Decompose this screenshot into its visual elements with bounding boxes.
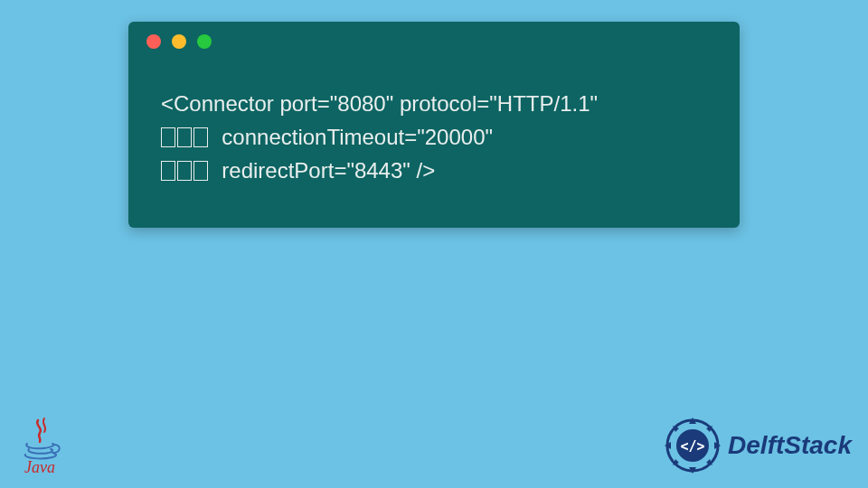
- code-line-1: <Connector port="8080" protocol="HTTP/1.…: [161, 91, 598, 116]
- placeholder-glyph-icon: [177, 161, 192, 181]
- code-line-2: connectionTimeout="20000": [210, 125, 493, 149]
- placeholder-glyph-icon: [161, 127, 175, 147]
- delftstack-badge-icon: </>: [663, 416, 722, 475]
- placeholder-glyph-icon: [193, 161, 208, 181]
- placeholder-glyph-icon: [193, 127, 208, 147]
- java-logo-text: Java: [16, 458, 63, 477]
- brand-logo: </> DelftStack: [663, 416, 852, 475]
- java-logo-icon: Java: [16, 417, 63, 477]
- code-line-3: redirectPort="8443" />: [210, 158, 435, 183]
- code-block: <Connector port="8080" protocol="HTTP/1.…: [128, 61, 740, 228]
- close-icon: [146, 34, 161, 49]
- brand-text: DelftStack: [728, 431, 852, 460]
- minimize-icon: [172, 34, 186, 49]
- window-title-bar: [128, 22, 740, 61]
- placeholder-glyph-icon: [177, 127, 192, 147]
- svg-text:</>: </>: [681, 438, 705, 455]
- maximize-icon: [197, 34, 212, 49]
- code-window: <Connector port="8080" protocol="HTTP/1.…: [128, 22, 740, 228]
- placeholder-glyph-icon: [161, 161, 175, 181]
